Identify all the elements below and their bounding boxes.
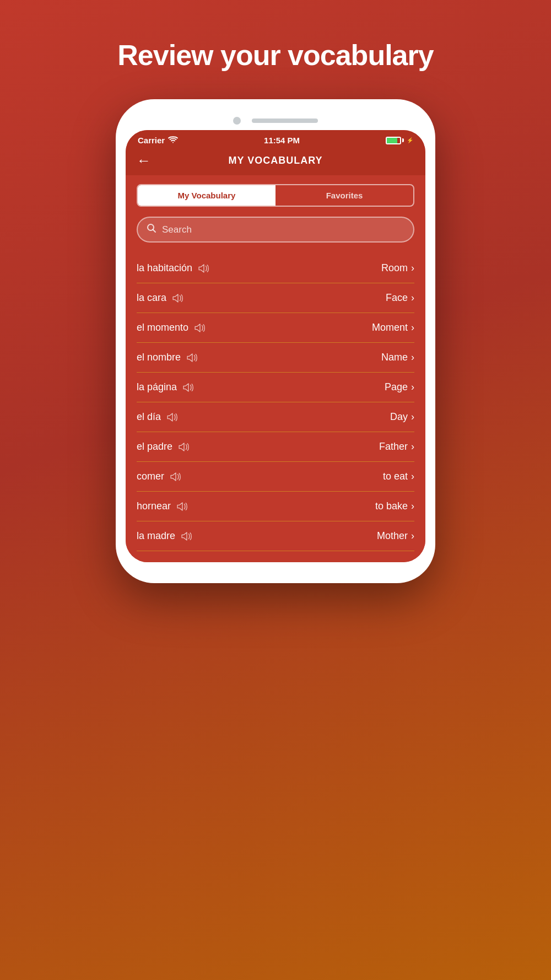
vocab-item[interactable]: la habitación Room › — [137, 254, 414, 283]
vocab-spanish-6: el padre — [137, 441, 172, 453]
vocab-spanish-5: el día — [137, 411, 161, 423]
vocab-english-0: Room — [381, 262, 408, 274]
vocab-right-4: Page › — [385, 381, 414, 393]
tab-my-vocabulary[interactable]: My Vocabulary — [138, 185, 276, 206]
vocab-spanish-4: la página — [137, 381, 177, 393]
sound-icon-5[interactable] — [166, 413, 179, 422]
phone-camera — [233, 117, 241, 125]
chevron-icon-7: › — [411, 471, 414, 482]
vocab-left: la habitación — [137, 262, 210, 274]
vocab-left: el momento — [137, 322, 206, 333]
vocab-item[interactable]: el día Day › — [137, 402, 414, 432]
sound-icon-0[interactable] — [198, 264, 210, 273]
chevron-icon-4: › — [411, 381, 414, 393]
vocab-right-6: Father › — [379, 441, 414, 453]
phone-shell: Carrier 11:54 PM — [116, 99, 435, 583]
sound-icon-4[interactable] — [182, 383, 195, 392]
phone-speaker — [252, 119, 318, 123]
chevron-icon-3: › — [411, 352, 414, 363]
vocab-right-2: Moment › — [372, 322, 414, 333]
chevron-icon-8: › — [411, 500, 414, 512]
vocab-item[interactable]: el momento Moment › — [137, 313, 414, 343]
vocab-item[interactable]: comer to eat › — [137, 462, 414, 492]
vocab-right-0: Room › — [381, 262, 414, 274]
vocab-right-7: to eat › — [383, 471, 414, 482]
search-icon — [147, 223, 156, 236]
status-left: Carrier — [138, 136, 178, 145]
chevron-icon-0: › — [411, 262, 414, 274]
carrier-label: Carrier — [138, 136, 165, 145]
vocab-item[interactable]: la madre Mother › — [137, 521, 414, 551]
charging-icon: ⚡ — [407, 137, 413, 143]
tab-favorites[interactable]: Favorites — [276, 185, 413, 206]
vocab-item[interactable]: la cara Face › — [137, 283, 414, 313]
vocab-spanish-1: la cara — [137, 292, 166, 304]
vocab-english-5: Day — [390, 411, 408, 423]
screen-content: My Vocabulary Favorites Search la habita… — [126, 175, 425, 562]
chevron-icon-1: › — [411, 292, 414, 304]
chevron-icon-9: › — [411, 530, 414, 542]
status-bar: Carrier 11:54 PM — [126, 130, 425, 149]
phone-bottom — [126, 562, 425, 573]
vocab-english-8: to bake — [375, 500, 408, 512]
vocab-english-7: to eat — [383, 471, 408, 482]
chevron-icon-5: › — [411, 411, 414, 423]
search-placeholder: Search — [162, 224, 192, 235]
vocab-spanish-2: el momento — [137, 322, 188, 333]
phone-top — [126, 109, 425, 130]
sound-icon-7[interactable] — [170, 472, 182, 481]
vocab-right-5: Day › — [390, 411, 414, 423]
vocab-left: el nombre — [137, 352, 198, 363]
vocab-english-4: Page — [385, 381, 408, 393]
vocab-english-3: Name — [381, 352, 408, 363]
svg-point-0 — [172, 142, 174, 143]
sound-icon-2[interactable] — [194, 324, 206, 332]
vocab-right-1: Face › — [386, 292, 414, 304]
svg-line-2 — [153, 230, 156, 233]
status-right: ⚡ — [386, 137, 413, 144]
vocab-left: la madre — [137, 530, 193, 542]
vocab-left: el padre — [137, 441, 190, 453]
status-time: 11:54 PM — [264, 136, 300, 145]
vocab-left: la página — [137, 381, 195, 393]
search-bar[interactable]: Search — [137, 217, 414, 243]
tab-bar: My Vocabulary Favorites — [137, 184, 414, 207]
chevron-icon-6: › — [411, 441, 414, 453]
vocab-spanish-0: la habitación — [137, 262, 192, 274]
vocab-spanish-8: hornear — [137, 500, 171, 512]
back-button[interactable]: ← — [137, 152, 151, 169]
vocab-item[interactable]: la página Page › — [137, 373, 414, 402]
vocab-right-3: Name › — [381, 352, 414, 363]
sound-icon-6[interactable] — [178, 443, 190, 451]
sound-icon-1[interactable] — [172, 294, 184, 303]
phone-screen: Carrier 11:54 PM — [126, 130, 425, 562]
vocab-english-9: Mother — [377, 530, 408, 542]
sound-icon-3[interactable] — [186, 353, 198, 362]
vocab-spanish-9: la madre — [137, 530, 175, 542]
nav-title: MY VOCABULARY — [228, 155, 322, 166]
vocab-left: hornear — [137, 500, 188, 512]
chevron-icon-2: › — [411, 322, 414, 333]
nav-bar: ← MY VOCABULARY — [126, 149, 425, 175]
vocab-item[interactable]: hornear to bake › — [137, 492, 414, 521]
wifi-icon — [168, 136, 178, 145]
vocab-item[interactable]: el padre Father › — [137, 432, 414, 462]
vocab-spanish-7: comer — [137, 471, 164, 482]
sound-icon-9[interactable] — [181, 532, 193, 541]
vocab-english-2: Moment — [372, 322, 408, 333]
vocabulary-list: la habitación Room › la cara — [137, 254, 414, 551]
battery-indicator — [386, 137, 404, 144]
vocab-right-9: Mother › — [377, 530, 414, 542]
vocab-item[interactable]: el nombre Name › — [137, 343, 414, 373]
vocab-left: comer — [137, 471, 182, 482]
vocab-spanish-3: el nombre — [137, 352, 181, 363]
vocab-right-8: to bake › — [375, 500, 414, 512]
vocab-english-1: Face — [386, 292, 408, 304]
vocab-left: el día — [137, 411, 179, 423]
vocab-english-6: Father — [379, 441, 408, 453]
vocab-left: la cara — [137, 292, 184, 304]
sound-icon-8[interactable] — [176, 502, 188, 511]
page-headline: Review your vocabulary — [117, 39, 433, 72]
